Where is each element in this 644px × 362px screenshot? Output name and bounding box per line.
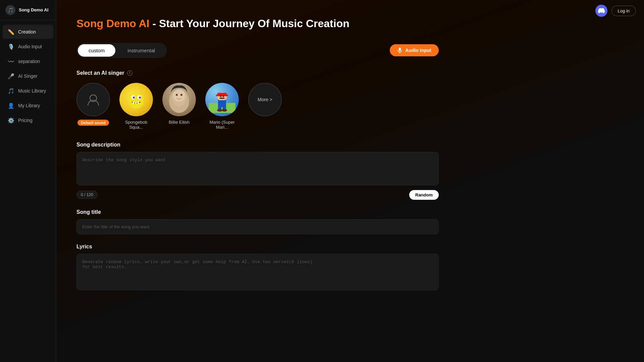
- person-icon: 👤: [8, 103, 14, 109]
- svg-rect-12: [138, 102, 139, 104]
- singer-name-spongebob: Spongebob Squa...: [119, 120, 153, 130]
- library-icon: 🎵: [8, 88, 14, 94]
- discord-button[interactable]: [595, 5, 607, 17]
- sidebar-item-label-my-library: My Library: [18, 103, 40, 108]
- more-circle[interactable]: More >: [248, 83, 282, 116]
- song-title-label: Song title: [76, 209, 439, 215]
- default-singer-icon: [85, 92, 101, 108]
- sidebar-item-label-music-library: Music Library: [18, 88, 46, 94]
- app-logo: 🎵: [5, 5, 15, 15]
- sidebar-nav: ✏️ Creation 🎙️ Audio Input 〰️ separation…: [0, 20, 56, 362]
- default-badge: Default sound: [77, 120, 109, 126]
- svg-point-26: [221, 98, 225, 99]
- spongebob-illustration: [124, 88, 148, 111]
- singer-avatar-spongebob: [119, 83, 153, 116]
- sidebar-item-label-ai-singer: AI Singer: [18, 73, 38, 79]
- song-title-section: Song title: [76, 209, 439, 234]
- singer-section-label: Select an AI singer i: [76, 70, 439, 76]
- singer-item-billie[interactable]: Billie Eilish: [162, 83, 196, 125]
- page-title-rest: - Start Your Journey Of Music Creation: [149, 17, 349, 29]
- pricing-icon: ⚙️: [8, 117, 14, 123]
- mic-icon: 🎤: [8, 73, 14, 79]
- audio-input-icon: [397, 48, 402, 53]
- sidebar-item-ai-singer[interactable]: 🎤 AI Singer: [3, 69, 53, 83]
- singers-row: Default sound: [76, 83, 439, 130]
- song-description-textarea[interactable]: [76, 152, 439, 185]
- discord-icon: [598, 8, 605, 13]
- svg-point-17: [180, 94, 182, 96]
- tab-row: custom instrumental Audio Input: [76, 43, 439, 58]
- svg-point-15: [173, 89, 185, 102]
- more-label: More >: [258, 97, 272, 102]
- random-button[interactable]: Random: [409, 190, 439, 200]
- svg-rect-22: [216, 95, 228, 96]
- main-content: Log in Song Demo AI - Start Your Journey…: [56, 0, 644, 362]
- audio-input-button[interactable]: Audio Input: [390, 44, 439, 56]
- sidebar-item-label-pricing: Pricing: [18, 118, 33, 123]
- svg-point-8: [133, 97, 135, 99]
- sidebar-item-label-audio: Audio Input: [18, 44, 42, 49]
- svg-rect-27: [218, 100, 226, 107]
- svg-rect-10: [133, 102, 134, 104]
- edit-icon: ✏️: [8, 29, 14, 35]
- svg-point-23: [220, 95, 222, 97]
- svg-point-30: [217, 109, 222, 112]
- tab-container: custom instrumental: [76, 43, 167, 58]
- audio-input-label: Audio Input: [405, 48, 431, 53]
- svg-point-31: [222, 109, 227, 112]
- sidebar: 🎵 Song Demo AI ✏️ Creation 🎙️ Audio Inpu…: [0, 0, 56, 362]
- singer-item-more[interactable]: More >: [248, 83, 282, 116]
- sidebar-item-pricing[interactable]: ⚙️ Pricing: [3, 113, 53, 127]
- singer-item-mario[interactable]: Mario (Super Mari...: [205, 83, 239, 130]
- singer-avatar-default: [76, 83, 110, 116]
- singer-section: Select an AI singer i Default sound: [76, 70, 439, 130]
- lyrics-section: Lyrics: [76, 244, 439, 292]
- lyrics-label: Lyrics: [76, 244, 439, 250]
- singer-name-billie: Billie Eilish: [169, 120, 190, 125]
- svg-point-9: [139, 97, 141, 99]
- sidebar-item-creation[interactable]: ✏️ Creation: [3, 25, 53, 39]
- singer-avatar-billie: [162, 83, 196, 116]
- char-count: 0 / 120: [76, 191, 98, 199]
- sidebar-item-my-library[interactable]: 👤 My Library: [3, 99, 53, 113]
- singer-name-mario: Mario (Super Mari...: [205, 120, 239, 130]
- app-name: Song Demo AI: [19, 7, 48, 12]
- page-content: Song Demo AI - Start Your Journey Of Mus…: [56, 0, 459, 328]
- svg-rect-11: [135, 102, 137, 104]
- svg-point-16: [176, 94, 178, 96]
- billie-illustration: [166, 83, 193, 116]
- audio-icon: 🎙️: [8, 44, 14, 50]
- sidebar-item-label-creation: Creation: [18, 29, 36, 35]
- svg-rect-0: [399, 48, 401, 51]
- singer-info-icon: i: [127, 70, 132, 76]
- page-title: Song Demo AI - Start Your Journey Of Mus…: [76, 17, 439, 31]
- login-button[interactable]: Log in: [611, 6, 636, 16]
- mario-illustration: [209, 86, 235, 113]
- separation-icon: 〰️: [8, 58, 14, 64]
- sidebar-item-label-separation: separation: [18, 59, 40, 64]
- tab-custom[interactable]: custom: [78, 44, 115, 57]
- sidebar-item-separation[interactable]: 〰️ separation: [3, 54, 53, 68]
- sidebar-item-audio-input[interactable]: 🎙️ Audio Input: [3, 40, 53, 54]
- page-title-brand: Song Demo AI: [76, 17, 149, 29]
- svg-point-24: [223, 95, 224, 97]
- song-description-section: Song description 0 / 120 Random: [76, 142, 439, 200]
- topbar: Log in: [587, 0, 644, 21]
- lyrics-textarea[interactable]: [76, 254, 439, 290]
- sidebar-header: 🎵 Song Demo AI: [0, 0, 56, 20]
- song-description-label: Song description: [76, 142, 439, 148]
- char-count-row: 0 / 120 Random: [76, 190, 439, 200]
- tab-instrumental[interactable]: instrumental: [117, 44, 166, 57]
- singer-item-default[interactable]: Default sound: [76, 83, 110, 126]
- song-title-input[interactable]: [76, 219, 439, 234]
- singer-avatar-mario: [205, 83, 239, 116]
- sidebar-item-music-library[interactable]: 🎵 Music Library: [3, 84, 53, 98]
- singer-item-spongebob[interactable]: Spongebob Squa...: [119, 83, 153, 130]
